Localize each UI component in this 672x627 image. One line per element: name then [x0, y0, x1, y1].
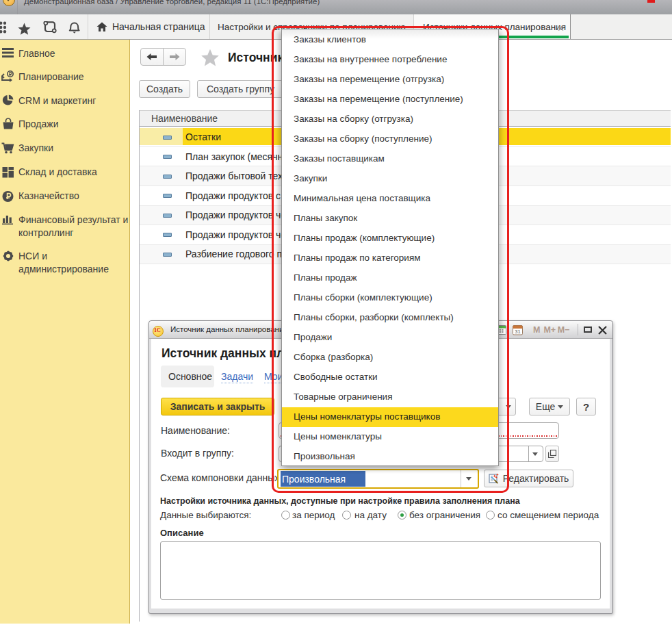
svg-text:31: 31 — [515, 329, 520, 335]
